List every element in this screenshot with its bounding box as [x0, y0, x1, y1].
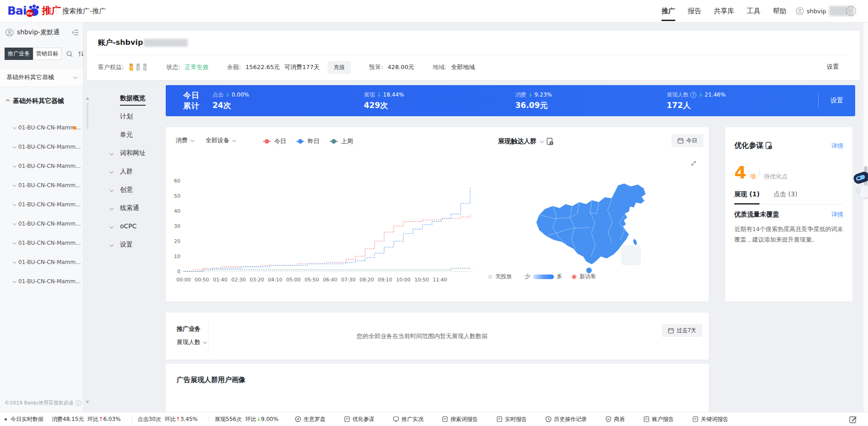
- tree-item[interactable]: 01-BU-CN-CN-Mamm...: [0, 137, 83, 156]
- tool-search-term-report[interactable]: 搜索词报告: [442, 415, 478, 423]
- legend-item[interactable]: 上周: [330, 137, 353, 146]
- statusbar: 今日实时数据 消费48.15元环比↑6.03%点击30次环比↑3.45%展现55…: [0, 412, 868, 426]
- tab-promotion-business[interactable]: 推广业务: [5, 48, 33, 60]
- menu-item-plan[interactable]: 计划: [105, 113, 162, 123]
- user-avatar-icon: [796, 7, 804, 15]
- tool-business-compass[interactable]: 生意罗盘: [295, 415, 326, 423]
- search-icon[interactable]: [66, 50, 73, 58]
- svg-text:08:20: 08:20: [359, 277, 374, 283]
- expand-icon[interactable]: [690, 160, 697, 168]
- menu-item-creative[interactable]: 创意: [105, 186, 162, 196]
- tree-root[interactable]: 基础外科其它器械: [6, 97, 64, 105]
- nav-item-help[interactable]: 帮助: [773, 7, 787, 16]
- logo-product: 推广: [42, 4, 61, 17]
- scroll-up-icon[interactable]: [86, 97, 89, 100]
- user-menu[interactable]: shbvip: [796, 0, 854, 22]
- tool-history-log[interactable]: 历史操作记录: [545, 415, 587, 423]
- account-settings-link[interactable]: 设置: [827, 63, 839, 71]
- svg-text:11:40: 11:40: [433, 277, 447, 283]
- chevron-down-icon: [73, 75, 77, 79]
- legend-item[interactable]: 今日: [263, 137, 286, 146]
- balance-value: 15622.65元: [245, 63, 280, 71]
- chevron-down-icon[interactable]: [540, 139, 543, 143]
- tree-item[interactable]: 01-BU-CN-CN-Mamm...: [0, 176, 83, 195]
- tool-keyword-report[interactable]: 关键词报告: [692, 415, 728, 423]
- audience-metric-select[interactable]: 展现人数: [177, 336, 207, 349]
- tool-account-report[interactable]: 账户报告: [643, 415, 674, 423]
- divider: [209, 416, 209, 422]
- chart-controls: 消费 全部设备: [176, 136, 235, 145]
- advisor-detail-link[interactable]: 详情: [831, 142, 843, 150]
- menu-item-leads[interactable]: 线索通: [105, 204, 162, 215]
- campaign-tree: 01-BU-CN-CN-Mamm...01-BU-CN-CN-Mamm...01…: [0, 118, 83, 291]
- more-menu-icon[interactable]: ···: [846, 6, 856, 16]
- banner-title: 今日 累计: [183, 90, 200, 111]
- svg-text:0: 0: [177, 269, 180, 275]
- tree-item-label: 01-BU-CN-CN-Mamm...: [18, 182, 81, 189]
- chart-legend: 今日昨日上周: [263, 137, 353, 146]
- map-control[interactable]: [621, 245, 641, 265]
- trend-chart-card: 消费 全部设备 今日昨日上周 010203040506000:0000:5001…: [166, 127, 709, 302]
- nav-item-shared-library[interactable]: 共享库: [714, 7, 734, 16]
- tab-click[interactable]: 点击 (3): [773, 190, 797, 204]
- logo-du-badge: du: [26, 10, 33, 17]
- category-select[interactable]: 基础外科其它器械: [0, 68, 83, 87]
- realtime-dot: [5, 418, 7, 421]
- tree-item[interactable]: 01-BU-CN-CN-Mamm...: [0, 214, 83, 233]
- sort-icon[interactable]: [78, 50, 84, 57]
- divider: [818, 94, 819, 108]
- tree-item[interactable]: 01-BU-CN-CN-Mamm...: [0, 156, 83, 176]
- menu-item-data-overview[interactable]: 数据概览: [105, 94, 162, 105]
- advisor-help-icon[interactable]: ?: [765, 142, 772, 150]
- page-scrollbar[interactable]: [863, 22, 868, 412]
- scroll-down-icon[interactable]: [86, 401, 89, 404]
- scroll-thumb[interactable]: [87, 102, 88, 129]
- calendar-icon: [668, 328, 674, 334]
- nav-item-promotion[interactable]: 推广: [662, 7, 675, 16]
- tree-item[interactable]: 01-BU-CN-CN-Mamm...: [0, 233, 83, 253]
- sidebar-scrollbar[interactable]: [85, 22, 90, 412]
- sidebar-tabs: 推广业务 营销目标: [5, 48, 84, 60]
- tree-item[interactable]: 01-BU-CN-CN-Mamm...: [0, 253, 83, 272]
- tool-shang-dun[interactable]: 商盾: [605, 415, 625, 423]
- tool-optimize-advisor[interactable]: 优化参谋: [344, 415, 374, 423]
- tool-promotion-live[interactable]: 推广实况: [393, 415, 423, 423]
- device-select[interactable]: 全部设备: [206, 136, 235, 145]
- nav-item-tools[interactable]: 工具: [747, 7, 760, 16]
- tree-item[interactable]: 01-BU-CN-CN-Mamm...: [0, 272, 83, 291]
- advisor-item-detail-link[interactable]: 详情: [831, 210, 843, 219]
- collapse-sidebar-icon[interactable]: [71, 29, 79, 37]
- svg-text:60: 60: [174, 178, 180, 184]
- tree-item[interactable]: 01-BU-CN-CN-Mamm...: [0, 195, 83, 214]
- menu-item-ocpc[interactable]: oCPC: [105, 222, 162, 233]
- tab-marketing-goal[interactable]: 营销目标: [33, 48, 61, 60]
- map-date-button[interactable]: 今日: [672, 135, 703, 147]
- audience-date-button[interactable]: 过去7天: [662, 324, 702, 337]
- banner-settings-link[interactable]: 设置: [830, 97, 843, 105]
- menu-item-keywords-urls[interactable]: 词和网址: [105, 149, 162, 160]
- assistant-robot-mascot[interactable]: [852, 170, 868, 202]
- tab-impression[interactable]: 展现 (1): [734, 190, 760, 204]
- sidebar-account-name: shbvip-麦默通: [17, 28, 60, 37]
- metric-select[interactable]: 消费: [176, 136, 194, 145]
- menu-item-unit[interactable]: 单元: [105, 131, 162, 141]
- menu-item-audience[interactable]: 人群: [105, 167, 162, 178]
- menu-item-settings[interactable]: 设置: [105, 241, 162, 251]
- info-icon[interactable]: i: [76, 400, 81, 406]
- nav-item-report[interactable]: 报告: [688, 7, 701, 16]
- banner-metric: 展现人数?↓21.46%172人: [667, 91, 818, 111]
- compose-icon[interactable]: [849, 415, 857, 425]
- medal-gray-icon: [142, 64, 148, 71]
- report-help-icon[interactable]: ?: [547, 138, 553, 146]
- chevron-down-icon: [12, 260, 16, 264]
- recharge-button[interactable]: 充值: [328, 61, 351, 74]
- sidebar-account[interactable]: shbvip-麦默通: [5, 28, 79, 37]
- user-name: shbvip: [807, 8, 826, 15]
- optimize-advisor-panel: 优化参谋 ? 详情 4 项 待优化点 展现 (1) 点击 (3) 优质流量未覆盖…: [725, 127, 852, 302]
- tool-realtime-report[interactable]: 实时报告: [496, 415, 527, 423]
- baidu-logo[interactable]: Bai du 推广: [7, 4, 61, 17]
- legend-item[interactable]: 昨日: [296, 137, 320, 146]
- svg-text:03:20: 03:20: [250, 277, 264, 283]
- help-icon[interactable]: ?: [690, 92, 696, 98]
- tree-item[interactable]: 01-BU-CN-CN-Mamm...: [0, 118, 83, 137]
